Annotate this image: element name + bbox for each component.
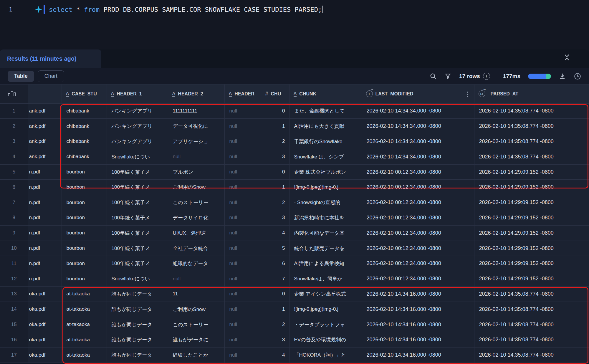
row-number[interactable]: 10	[0, 241, 28, 256]
cell-file[interactable]: oka.pdf	[28, 317, 62, 332]
cell-case_study[interactable]: bourbon	[62, 164, 107, 180]
cell-header_1[interactable]: Snowflakeについ	[107, 271, 168, 287]
cell-last_modified[interactable]: 2026-02-10 00:12:34.000 -0800	[362, 180, 474, 195]
cell-file[interactable]: n.pdf	[28, 164, 62, 180]
sql-editor[interactable]: 1 select * from PROD_DB.CORPUS_SAMPLE.CO…	[0, 0, 589, 49]
cell-chunk_index[interactable]: 6	[261, 256, 289, 271]
cell-chunk[interactable]: ![img-0.jpeg](img-0.j	[289, 180, 362, 195]
cell-case_study[interactable]: at-takaoka	[62, 332, 107, 348]
info-icon[interactable]: i	[483, 73, 490, 80]
cell-chunk_index[interactable]: 4	[261, 225, 289, 241]
cell-header_3[interactable]: null	[224, 317, 261, 332]
cell-parsed_at[interactable]: 2026-02-10 14:35:08.774 -0800	[474, 332, 589, 348]
cell-chunk_index[interactable]: 0	[261, 287, 289, 302]
cell-header_2[interactable]: このストーリー	[168, 317, 224, 332]
cell-chunk_index[interactable]: 0	[261, 164, 289, 180]
row-number[interactable]: 3	[0, 134, 28, 149]
cell-case_study[interactable]: at-takaoka	[62, 287, 107, 302]
cell-parsed_at[interactable]: 2026-02-10 14:35:08.774 -0800	[474, 103, 589, 119]
cell-last_modified[interactable]: 2026-02-10 00:12:34.000 -0800	[362, 271, 474, 287]
cell-last_modified[interactable]: 2026-02-10 14:34:34.000 -0800	[362, 134, 474, 149]
cell-header_2[interactable]: null	[168, 149, 224, 164]
cell-header_1[interactable]: 誰もが同じデータ	[107, 317, 168, 332]
cell-chunk_index[interactable]: 3	[261, 149, 289, 164]
tab-chart-button[interactable]: Chart	[38, 70, 64, 82]
tab-table-button[interactable]: Table	[8, 71, 34, 82]
cell-header_2[interactable]: プルポン	[168, 164, 224, 180]
progress-bar[interactable]	[528, 74, 551, 79]
cell-header_2[interactable]: データ可視化に	[168, 119, 224, 134]
cell-header_1[interactable]: 誰もが同じデータ	[107, 332, 168, 348]
filter-icon[interactable]	[444, 73, 451, 80]
cell-last_modified[interactable]: 2026-02-10 14:34:16.000 -0800	[362, 332, 474, 348]
cell-last_modified[interactable]: 2026-02-10 00:12:34.000 -0800	[362, 256, 474, 271]
cell-chunk_index[interactable]: 3	[261, 332, 289, 348]
cell-case_study[interactable]: bourbon	[62, 241, 107, 256]
cell-header_3[interactable]: null	[224, 332, 261, 348]
cell-header_1[interactable]: バンキングアプリ	[107, 119, 168, 134]
cell-chunk[interactable]: AI活用にも大きく貢献	[289, 119, 362, 134]
cell-chunk_index[interactable]: 1	[261, 302, 289, 317]
cell-parsed_at[interactable]: 2026-02-10 14:35:08.774 -0800	[474, 348, 589, 363]
cell-case_study[interactable]: chibabank	[62, 149, 107, 164]
row-number[interactable]: 2	[0, 119, 28, 134]
cell-last_modified[interactable]: 2026-02-10 14:34:34.000 -0800	[362, 149, 474, 164]
cell-chunk[interactable]: EVの普及や環境規制の	[289, 332, 362, 348]
row-number[interactable]: 13	[0, 287, 28, 302]
cell-header_1[interactable]: 100年続く菓子メ	[107, 210, 168, 226]
row-number[interactable]: 11	[0, 256, 28, 271]
cell-header_1[interactable]: バンキングアプリ	[107, 134, 168, 149]
cell-last_modified[interactable]: 2026-02-10 00:12:34.000 -0800	[362, 195, 474, 210]
cell-case_study[interactable]: bourbon	[62, 180, 107, 195]
cell-header_3[interactable]: null	[224, 271, 261, 287]
cell-file[interactable]: n.pdf	[28, 195, 62, 210]
row-number[interactable]: 15	[0, 317, 28, 332]
cell-last_modified[interactable]: 2026-02-10 00:12:34.000 -0800	[362, 164, 474, 180]
collapse-panel-button[interactable]	[563, 54, 571, 61]
cell-file[interactable]: oka.pdf	[28, 287, 62, 302]
cell-header_3[interactable]: null	[224, 210, 261, 226]
cell-header_3[interactable]: null	[224, 302, 261, 317]
cell-case_study[interactable]: bourbon	[62, 256, 107, 271]
cell-case_study[interactable]: chibabank	[62, 119, 107, 134]
cell-chunk[interactable]: また、金融機関として	[289, 103, 362, 119]
cell-chunk[interactable]: ![img-0.jpeg](img-0.j	[289, 302, 362, 317]
cell-chunk[interactable]: 統合した販売データを	[289, 241, 362, 256]
row-number[interactable]: 12	[0, 271, 28, 287]
cell-header_1[interactable]: 100年続く菓子メ	[107, 164, 168, 180]
row-number[interactable]: 16	[0, 332, 28, 348]
cell-header_1[interactable]: Snowflakeについ	[107, 149, 168, 164]
cell-case_study[interactable]: at-takaoka	[62, 348, 107, 363]
cell-last_modified[interactable]: 2026-02-10 14:34:16.000 -0800	[362, 348, 474, 363]
cell-file[interactable]: oka.pdf	[28, 332, 62, 348]
cell-header_3[interactable]: null	[224, 225, 261, 241]
cell-chunk[interactable]: 新潟県柏崎市に本社を	[289, 210, 362, 226]
cell-last_modified[interactable]: 2026-02-10 14:34:16.000 -0800	[362, 302, 474, 317]
cell-header_3[interactable]: null	[224, 241, 261, 256]
cell-header_3[interactable]: null	[224, 348, 261, 363]
cell-header_3[interactable]: null	[224, 164, 261, 180]
cell-case_study[interactable]: chibabank	[62, 134, 107, 149]
cell-header_2[interactable]: 全社データ統合	[168, 241, 224, 256]
cell-file[interactable]: n.pdf	[28, 241, 62, 256]
cell-header_1[interactable]: 誰もが同じデータ	[107, 302, 168, 317]
column-header-CHUNK[interactable]: ACHUNK	[289, 85, 362, 103]
cell-header_3[interactable]: null	[224, 256, 261, 271]
cell-header_3[interactable]: null	[224, 287, 261, 302]
cell-parsed_at[interactable]: 2026-02-10 14:35:08.774 -0800	[474, 287, 589, 302]
cell-chunk_index[interactable]: 1	[261, 180, 289, 195]
cell-chunk[interactable]: 「HOKORA（祠）」と	[289, 348, 362, 363]
cell-parsed_at[interactable]: 2026-02-10 14:35:08.774 -0800	[474, 119, 589, 134]
cell-chunk[interactable]: 千葉銀行のSnowflake	[289, 134, 362, 149]
cell-header_1[interactable]: 誰もが同じデータ	[107, 287, 168, 302]
cell-parsed_at[interactable]: 2026-02-10 14:29:09.152 -0800	[474, 210, 589, 226]
history-icon[interactable]	[574, 72, 581, 80]
cell-header_1[interactable]: 誰もが同じデータ	[107, 348, 168, 363]
cell-parsed_at[interactable]: 2026-02-10 14:35:08.774 -0800	[474, 317, 589, 332]
column-header-_PARSED_AT[interactable]: LT_PARSED_AT	[474, 85, 589, 103]
cell-parsed_at[interactable]: 2026-02-10 14:35:08.774 -0800	[474, 134, 589, 149]
cell-header_2[interactable]: このストーリー	[168, 195, 224, 210]
cell-case_study[interactable]: bourbon	[62, 195, 107, 210]
column-header-HEADER_[interactable]: AHEADER_	[224, 85, 261, 103]
cell-header_2[interactable]: アプリケーショ	[168, 134, 224, 149]
